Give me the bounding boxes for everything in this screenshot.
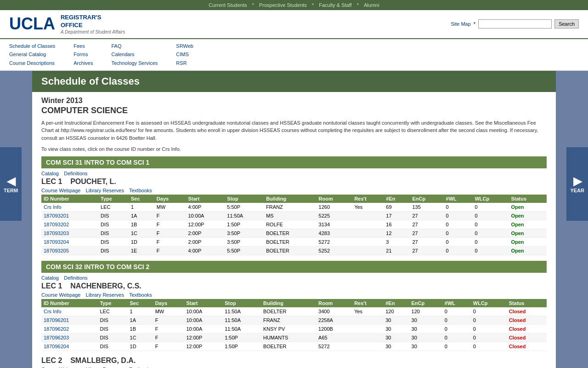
cell-wl: 0 bbox=[442, 316, 471, 325]
search-input[interactable] bbox=[478, 19, 552, 29]
faculty-staff-link[interactable]: Faculty & Staff bbox=[319, 2, 351, 8]
top-navigation: Current Students * Prospective Students … bbox=[0, 0, 588, 10]
cell-start: 12:00P bbox=[184, 334, 222, 342]
cell-building: BOELTER bbox=[264, 229, 316, 238]
alumni-link[interactable]: Alumni bbox=[364, 2, 379, 8]
course-id-link[interactable]: 187093203 bbox=[44, 230, 69, 236]
cell-building: MS bbox=[264, 212, 316, 220]
cell-encp: 30 bbox=[409, 316, 442, 325]
cell-en: 17 bbox=[384, 212, 410, 220]
cell-building: BOELTER bbox=[261, 307, 316, 316]
current-students-link[interactable]: Current Students bbox=[209, 2, 247, 8]
cs32-lec1-textbooks-link[interactable]: Textbooks bbox=[129, 292, 152, 298]
cell-wl: 0 bbox=[444, 212, 473, 220]
th-encp: EnCp bbox=[410, 195, 443, 203]
cell-sec: 1C bbox=[128, 334, 153, 342]
cell-room: A65 bbox=[316, 334, 352, 342]
prospective-students-link[interactable]: Prospective Students bbox=[259, 2, 307, 8]
crs-info-link[interactable]: Crs Info bbox=[44, 309, 62, 314]
site-map-link[interactable]: Site Map bbox=[451, 21, 470, 27]
schedule-classes-link[interactable]: Schedule of Classes bbox=[9, 42, 55, 51]
th-days: Days bbox=[154, 195, 186, 203]
cs32-lec1-resource-links: Course Webpage Library Reserves Textbook… bbox=[41, 292, 547, 298]
cell-rest bbox=[352, 325, 383, 334]
cell-en: 16 bbox=[384, 220, 410, 229]
cell-id: Crs Info bbox=[41, 203, 98, 212]
cell-rest bbox=[352, 212, 384, 220]
course-header-cs32: COM SCI 32 INTRO TO COM SCI 2 bbox=[41, 261, 547, 273]
faq-link[interactable]: FAQ bbox=[111, 42, 158, 51]
cell-building: BOELTER bbox=[264, 247, 316, 255]
forms-link[interactable]: Forms bbox=[74, 50, 93, 59]
cs32-lec1-webpage-link[interactable]: Course Webpage bbox=[41, 292, 80, 298]
course-id-link[interactable]: 187096202 bbox=[44, 326, 69, 332]
cell-wlcp: 0 bbox=[471, 342, 507, 351]
cell-wl: 0 bbox=[444, 238, 473, 247]
course-id-link[interactable]: 187096201 bbox=[44, 317, 69, 323]
cs32-definitions-link[interactable]: Definitions bbox=[64, 275, 87, 281]
search-button[interactable]: Search bbox=[554, 19, 579, 29]
cell-stop: 5:50P bbox=[225, 203, 264, 212]
cell-days: F bbox=[154, 212, 186, 220]
cs31-textbooks-link[interactable]: Textbooks bbox=[129, 188, 152, 193]
crs-info-link[interactable]: Crs Info bbox=[44, 204, 62, 210]
cell-days: F bbox=[153, 316, 184, 325]
cell-rest bbox=[352, 316, 383, 325]
cs31-catalog-link[interactable]: Catalog bbox=[41, 171, 59, 176]
course-id-link[interactable]: 187093202 bbox=[44, 222, 69, 227]
cell-room: 1200B bbox=[316, 325, 352, 334]
page-title: Schedule of Classes bbox=[41, 75, 547, 87]
term-label: TERM bbox=[4, 188, 18, 193]
fees-link[interactable]: Fees bbox=[74, 42, 93, 51]
cell-stop: 1:50P bbox=[222, 334, 261, 342]
table-row: Crs Info LEC 1 MW 10:00A 11:50A BOELTER … bbox=[41, 307, 547, 316]
year-nav-right[interactable]: ▶ YEAR bbox=[566, 147, 588, 221]
cs31-library-link[interactable]: Library Reserves bbox=[86, 188, 124, 193]
cell-building: HUMANTS bbox=[261, 334, 316, 342]
course-id-link[interactable]: 187096204 bbox=[44, 344, 69, 349]
archives-link[interactable]: Archives bbox=[74, 59, 93, 68]
course-id-link[interactable]: 187093205 bbox=[44, 248, 69, 253]
cell-id: 187093205 bbox=[41, 247, 98, 255]
srweb-link[interactable]: SRWeb bbox=[176, 42, 193, 51]
general-catalog-link[interactable]: General Catalog bbox=[9, 50, 55, 59]
cell-wl: 0 bbox=[442, 307, 471, 316]
cell-stop: 11:50A bbox=[222, 307, 261, 316]
cell-encp: 27 bbox=[410, 247, 443, 255]
table-row: 187093203 DIS 1C F 2:00P 3:50P BOELTER 4… bbox=[41, 229, 547, 238]
cell-type: DIS bbox=[97, 342, 127, 351]
course-id-link[interactable]: 187093201 bbox=[44, 213, 69, 218]
cell-type: LEC bbox=[98, 203, 129, 212]
cell-days: F bbox=[154, 238, 186, 247]
page-title-bar: Schedule of Classes bbox=[32, 71, 556, 92]
cs32-catalog-links: Catalog Definitions bbox=[41, 275, 547, 281]
cell-wl: 0 bbox=[442, 325, 471, 334]
technology-services-link[interactable]: Technology Services bbox=[111, 59, 158, 68]
cs32-lec1-library-link[interactable]: Library Reserves bbox=[86, 292, 124, 298]
cims-link[interactable]: CIMS bbox=[176, 50, 193, 59]
cell-rest bbox=[352, 229, 384, 238]
course-id-link[interactable]: 187096203 bbox=[44, 335, 69, 340]
cs32-catalog-link[interactable]: Catalog bbox=[41, 275, 59, 281]
table-row: 187096203 DIS 1C F 12:00P 1:50P HUMANTS … bbox=[41, 334, 547, 342]
cell-days: F bbox=[154, 247, 186, 255]
course-descriptions-link[interactable]: Course Descriptions bbox=[9, 59, 55, 68]
cs32-lec2-resource-links: Course Webpage Library Reserves Textbook… bbox=[41, 366, 547, 368]
season-header: Winter 2013 bbox=[41, 97, 547, 105]
cell-type: DIS bbox=[98, 229, 129, 238]
cell-encp: 30 bbox=[409, 325, 442, 334]
cs31-definitions-link[interactable]: Definitions bbox=[64, 171, 87, 176]
course-id-link[interactable]: 187093204 bbox=[44, 239, 69, 245]
th-type: Type bbox=[98, 195, 129, 203]
term-nav-left[interactable]: ◀ TERM bbox=[0, 147, 22, 221]
logo-section: UCLA REGISTRAR'SOFFICE A Department of S… bbox=[9, 14, 125, 34]
cell-wlcp: 0 bbox=[471, 307, 507, 316]
cell-stop: 3:50P bbox=[225, 229, 264, 238]
cell-wlcp: 0 bbox=[472, 220, 509, 229]
cs31-webpage-link[interactable]: Course Webpage bbox=[41, 188, 80, 193]
calendars-link[interactable]: Calendars bbox=[111, 50, 158, 59]
rsr-link[interactable]: RSR bbox=[176, 59, 193, 68]
cell-days: MW bbox=[153, 307, 184, 316]
cell-start: 4:00P bbox=[186, 203, 225, 212]
cell-room: 5252 bbox=[317, 247, 352, 255]
